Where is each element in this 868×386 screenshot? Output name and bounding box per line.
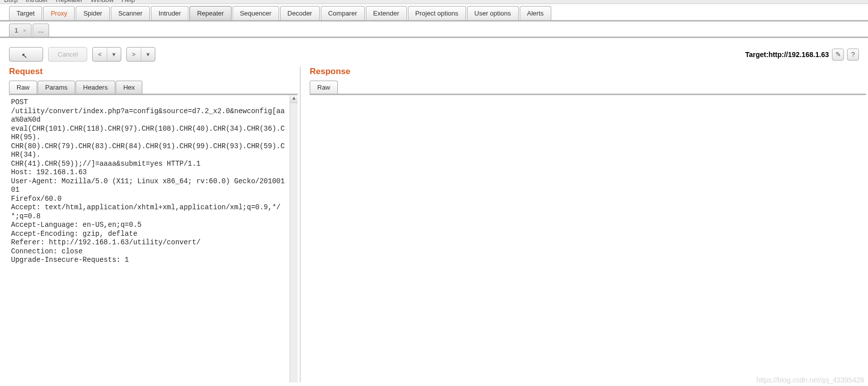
target-info: Target: http://192.168.1.63 ✎ ? [745,49,859,61]
menu-item[interactable]: Repeater [56,0,83,4]
request-tab-params[interactable]: Params [38,81,75,94]
go-button[interactable]: Go ↖ [9,47,43,62]
main-tab-bar: Target Proxy Spider Scanner Intruder Rep… [0,4,868,22]
response-raw-viewer[interactable] [310,95,866,382]
request-tab-headers[interactable]: Headers [76,81,115,94]
back-button[interactable]: < [93,48,107,61]
menu-item[interactable]: Intruder [26,0,48,4]
panels: Request Raw Params Headers Hex POST /uti… [0,67,868,382]
request-raw-editor[interactable]: POST /utility/convert/index.php?a=config… [9,95,290,382]
target-value: http://192.168.1.63 [768,51,829,59]
tab-comparer[interactable]: Comparer [321,6,365,20]
tab-intruder[interactable]: Intruder [151,6,188,20]
tab-extender[interactable]: Extender [366,6,407,20]
tab-target[interactable]: Target [9,6,42,20]
tab-user-options[interactable]: User options [467,6,519,20]
repeater-tab-label: 1 [15,27,18,34]
history-back-group[interactable]: < ▾ [92,47,121,62]
scrollbar[interactable]: ▲ [290,95,298,382]
repeater-tab-1[interactable]: 1 × [9,24,32,37]
response-view-tabs: Raw [310,81,866,95]
pencil-icon: ✎ [835,51,841,58]
request-tab-hex[interactable]: Hex [116,81,142,94]
response-title: Response [310,67,866,77]
history-forward-group[interactable]: > ▾ [126,47,155,62]
repeater-tab-new[interactable]: ... [33,24,49,37]
request-title: Request [9,67,298,77]
cancel-button[interactable]: Cancel [48,47,87,62]
forward-button[interactable]: > [127,48,141,61]
request-view-tabs: Raw Params Headers Hex [9,81,298,95]
request-panel: Request Raw Params Headers Hex POST /uti… [0,67,301,382]
tab-decoder[interactable]: Decoder [280,6,320,20]
repeater-sub-tab-bar: 1 × ... [0,22,868,38]
watermark: https://blog.csdn.net/qq_43395428 [756,376,864,384]
response-tab-raw[interactable]: Raw [310,81,338,94]
tab-proxy[interactable]: Proxy [43,6,75,20]
action-row: Go ↖ Cancel < ▾ > ▾ Target: http://192.1… [0,38,868,67]
forward-dropdown[interactable]: ▾ [141,48,155,61]
scroll-up-icon[interactable]: ▲ [290,95,298,103]
tab-project-options[interactable]: Project options [408,6,466,20]
tab-repeater[interactable]: Repeater [189,6,231,20]
menu-bar: Burp Intruder Repeater Window Help [0,0,868,4]
close-icon[interactable]: × [23,28,26,34]
help-button[interactable]: ? [847,49,859,61]
cursor-icon: ↖ [22,52,28,60]
tab-scanner[interactable]: Scanner [111,6,150,20]
tab-alerts[interactable]: Alerts [520,6,551,20]
menu-item[interactable]: Burp [4,0,18,4]
tab-spider[interactable]: Spider [76,6,110,20]
help-icon: ? [851,51,854,58]
request-tab-raw[interactable]: Raw [9,81,37,94]
menu-item[interactable]: Help [122,0,135,4]
tab-sequencer[interactable]: Sequencer [233,6,279,20]
back-dropdown[interactable]: ▾ [107,48,121,61]
edit-target-button[interactable]: ✎ [832,49,844,61]
target-label: Target: [745,51,768,59]
menu-item[interactable]: Window [91,0,114,4]
response-panel: Response Raw [301,67,868,382]
